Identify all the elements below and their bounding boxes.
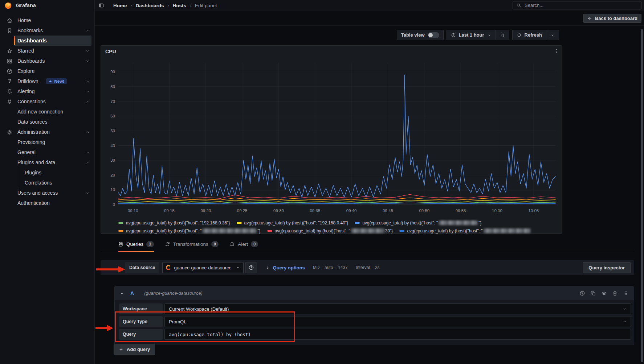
legend-item[interactable]: avg(cpu:usage_total) by (host){"host": "… bbox=[355, 219, 482, 227]
sidebar-item-label: Dashboards bbox=[17, 58, 45, 64]
home-icon bbox=[7, 17, 13, 24]
tab-count-badge: 0 bbox=[251, 241, 258, 247]
database-icon bbox=[118, 241, 123, 247]
table-view-toggle[interactable]: Table view bbox=[397, 30, 443, 40]
legend-item[interactable]: avg(cpu:usage_total) by (host){"host": "… bbox=[118, 219, 230, 227]
table-view-label: Table view bbox=[401, 32, 425, 38]
sidebar-item-starred[interactable]: Starred bbox=[0, 46, 94, 56]
field-value-query[interactable]: avg(cpu:usage_total) by (host) bbox=[164, 329, 631, 340]
panel-menu-icon[interactable] bbox=[554, 48, 559, 54]
drag-handle-icon[interactable] bbox=[623, 290, 629, 296]
legend-swatch-icon bbox=[355, 222, 360, 224]
sidebar-toggle-icon[interactable] bbox=[98, 3, 104, 8]
sidebar-item-explore[interactable]: Explore bbox=[0, 66, 94, 76]
datasource-help-button[interactable] bbox=[245, 262, 257, 273]
breadcrumb-dashboards[interactable]: Dashboards bbox=[136, 3, 164, 8]
duplicate-query-icon[interactable] bbox=[590, 290, 596, 296]
chevron-down-icon bbox=[550, 33, 555, 37]
sidebar-item-home[interactable]: Home bbox=[0, 15, 94, 25]
cpu-time-series-chart[interactable]: 09:1009:1509:2009:2509:3009:3509:4009:45… bbox=[105, 58, 557, 218]
sidebar-item-label: Explore bbox=[17, 68, 34, 74]
chevron-down-icon bbox=[85, 59, 90, 63]
field-value-query-type[interactable]: PromQL bbox=[164, 316, 631, 327]
tab-queries[interactable]: Queries1 bbox=[118, 236, 154, 252]
datasource-picker[interactable]: guance-guance-datasource bbox=[162, 262, 244, 273]
legend-item[interactable]: avg(cpu:usage_total) by (host){"host": " bbox=[399, 227, 531, 235]
annotation-arrow-query bbox=[95, 325, 113, 331]
legend-swatch-icon bbox=[237, 222, 242, 224]
legend-item[interactable]: avg(cpu:usage_total) by (host){"host": "… bbox=[267, 227, 393, 235]
back-to-dashboard-button[interactable]: Back to dashboard bbox=[583, 14, 641, 23]
query-ref-id[interactable]: A bbox=[130, 290, 134, 296]
svg-text:09:40: 09:40 bbox=[346, 208, 357, 213]
compass-icon bbox=[7, 68, 13, 74]
chevron-down-icon bbox=[85, 79, 90, 84]
datasource-label: Data source bbox=[125, 262, 159, 273]
collapse-query-icon[interactable] bbox=[120, 291, 125, 296]
interval-value: Interval = 2s bbox=[356, 265, 380, 270]
time-range-picker[interactable]: Last 1 hour bbox=[447, 30, 496, 40]
chevron-down-icon bbox=[236, 265, 240, 270]
sidebar-item-plugins[interactable]: Plugins bbox=[0, 167, 94, 178]
sidebar-item-users-and-access[interactable]: Users and access bbox=[0, 188, 94, 198]
refresh-group: Refresh bbox=[512, 30, 559, 40]
arrow-left-icon bbox=[587, 16, 592, 21]
sidebar-item-label: Connections bbox=[17, 99, 46, 104]
query-editor-card: A (guance-guance-datasource) bbox=[114, 286, 634, 345]
search-icon bbox=[517, 3, 521, 8]
sidebar-item-label: Users and access bbox=[17, 190, 58, 196]
tab-alert[interactable]: Alert0 bbox=[229, 236, 258, 252]
grafana-app: Grafana HomeBookmarksDashboardsStarredDa… bbox=[0, 0, 644, 364]
refresh-interval-dropdown[interactable] bbox=[546, 30, 559, 40]
breadcrumb-home[interactable]: Home bbox=[113, 3, 127, 8]
sidebar-item-data-sources[interactable]: Data sources bbox=[0, 117, 94, 127]
megaphone-icon bbox=[49, 79, 53, 83]
field-value-workspace[interactable]: Current Workspace (Default) bbox=[164, 303, 631, 314]
sidebar-item-dashboards[interactable]: Dashboards bbox=[0, 56, 94, 66]
toggle-visibility-icon[interactable] bbox=[601, 290, 607, 296]
sidebar-item-correlations[interactable]: Correlations bbox=[0, 178, 94, 188]
sidebar-item-dashboards[interactable]: Dashboards bbox=[14, 36, 91, 46]
query-header-row: Data source guance-guance-datasource bbox=[101, 260, 634, 275]
legend-row: avg(cpu:usage_total) by (host){"host": "… bbox=[118, 227, 559, 235]
sidebar-item-provisioning[interactable]: Provisioning bbox=[0, 137, 94, 147]
sidebar-item-add-new-connection[interactable]: Add new connection bbox=[0, 107, 94, 117]
svg-text:30: 30 bbox=[110, 158, 115, 162]
chevron-down-icon bbox=[623, 307, 627, 311]
query-options-expander[interactable]: Query options bbox=[266, 265, 305, 270]
sidebar-item-alerting[interactable]: Alerting bbox=[0, 86, 94, 96]
legend-swatch-icon bbox=[267, 230, 272, 232]
legend-item[interactable]: avg(cpu:usage_total) by (host){"host": "… bbox=[237, 219, 349, 227]
breadcrumb-hosts[interactable]: Hosts bbox=[173, 3, 187, 8]
query-help-icon[interactable] bbox=[579, 290, 585, 296]
sidebar-item-plugins-and-data[interactable]: Plugins and data bbox=[0, 157, 94, 167]
query-field-row-query: Queryavg(cpu:usage_total) by (host) bbox=[119, 329, 631, 340]
sidebar-item-connections[interactable]: Connections bbox=[0, 96, 94, 107]
delete-query-icon[interactable] bbox=[612, 290, 618, 296]
sidebar-item-drilldown[interactable]: DrilldownNew! bbox=[0, 76, 94, 86]
legend-item[interactable]: avg(cpu:usage_total) by (host){"host": "… bbox=[118, 227, 261, 235]
sidebar-item-label: Administration bbox=[17, 129, 50, 135]
plug-icon bbox=[7, 99, 13, 105]
zoom-out-time-button[interactable] bbox=[496, 30, 509, 40]
search-input[interactable]: Search... bbox=[513, 1, 641, 9]
table-view-switch[interactable] bbox=[428, 32, 439, 38]
sidebar-item-general[interactable]: General bbox=[0, 147, 94, 157]
scrollbar-thumb[interactable] bbox=[641, 29, 643, 362]
query-field-row-query-type: Query TypePromQL bbox=[119, 316, 631, 327]
field-label: Query Type bbox=[119, 316, 163, 327]
tab-transformations[interactable]: Transformations0 bbox=[165, 236, 219, 252]
svg-text:10:05: 10:05 bbox=[528, 208, 539, 213]
query-inspector-button[interactable]: Query inspector bbox=[583, 262, 631, 273]
grafana-logo-icon[interactable] bbox=[4, 2, 12, 9]
refresh-button[interactable]: Refresh bbox=[513, 30, 546, 40]
sidebar-item-label: General bbox=[17, 149, 36, 155]
redacted-host-blur bbox=[484, 228, 531, 233]
add-query-button[interactable]: Add query bbox=[114, 344, 155, 355]
panel-editor-toolbar: Table view Last 1 hour bbox=[397, 30, 559, 40]
redacted-host-blur bbox=[439, 220, 478, 225]
sidebar-item-authentication[interactable]: Authentication bbox=[0, 198, 94, 208]
sidebar-item-administration[interactable]: Administration bbox=[0, 127, 94, 137]
svg-text:09:10: 09:10 bbox=[128, 208, 138, 213]
sidebar-item-bookmarks[interactable]: Bookmarks bbox=[0, 25, 94, 36]
